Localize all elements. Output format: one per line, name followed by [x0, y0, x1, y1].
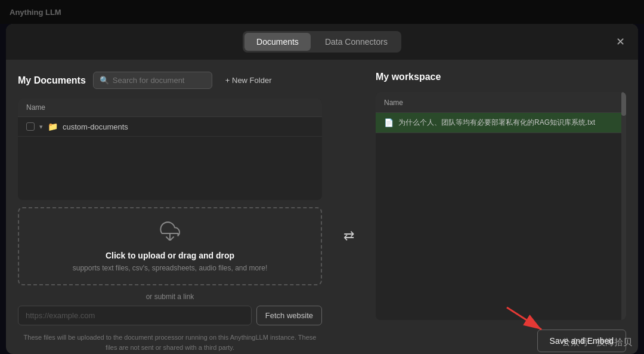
url-input[interactable]: [18, 306, 252, 325]
left-panel-title: My Documents: [18, 75, 86, 86]
right-panel: My workspace Name 📄 为什么个人、团队等均有必要部署私有化的R…: [376, 72, 626, 352]
left-panel-header: My Documents 🔍 + New Folder: [18, 72, 322, 89]
modal-body: My Documents 🔍 + New Folder Name ▾: [6, 60, 638, 354]
new-folder-button[interactable]: + New Folder: [219, 72, 278, 88]
scrollbar-thumb[interactable]: [621, 92, 626, 116]
file-list-container: Name ▾ 📁 custom-documents: [18, 98, 322, 200]
tab-data-connectors[interactable]: Data Connectors: [313, 33, 400, 51]
tab-group: Documents Data Connectors: [243, 31, 401, 53]
document-icon: 📄: [384, 118, 394, 127]
search-input[interactable]: [113, 76, 206, 85]
workspace-col-name-label: Name: [384, 98, 403, 107]
workspace-file-row[interactable]: 📄 为什么个人、团队等均有必要部署私有化的RAG知识库系统.txt: [376, 113, 626, 133]
disclaimer-text: These files will be uploaded to the docu…: [18, 333, 322, 352]
modal-overlay: Documents Data Connectors ✕ My Documents…: [0, 0, 644, 354]
transfer-icon: ⇄: [343, 228, 354, 244]
search-icon: 🔍: [100, 76, 109, 85]
close-button[interactable]: ✕: [612, 33, 628, 50]
svg-line-1: [507, 307, 541, 330]
upload-area[interactable]: Click to upload or drag and drop support…: [18, 207, 322, 285]
column-name-label: Name: [26, 103, 45, 112]
fetch-website-button[interactable]: Fetch website: [256, 306, 322, 325]
watermark: 公众号 · 技海拾贝: [562, 337, 632, 348]
red-arrow-indicator: [501, 304, 549, 337]
link-area: or submit a link Fetch website: [18, 293, 322, 325]
search-box[interactable]: 🔍: [93, 72, 212, 89]
workspace-doc-name: 为什么个人、团队等均有必要部署私有化的RAG知识库系统.txt: [398, 118, 618, 128]
folder-row[interactable]: ▾ 📁 custom-documents: [18, 117, 322, 137]
folder-icon: 📁: [48, 122, 58, 131]
folder-checkbox[interactable]: [26, 122, 35, 131]
document-modal: Documents Data Connectors ✕ My Documents…: [6, 24, 638, 354]
upload-cloud-icon: [158, 220, 182, 245]
transfer-arrow-area: ⇄: [334, 72, 364, 352]
upload-title: Click to upload or drag and drop: [106, 251, 234, 260]
folder-name: custom-documents: [63, 122, 128, 131]
workspace-list-header: Name: [376, 92, 626, 113]
file-list-header: Name: [18, 98, 322, 117]
link-row: Fetch website: [18, 306, 322, 325]
left-panel: My Documents 🔍 + New Folder Name ▾: [18, 72, 322, 352]
modal-header: Documents Data Connectors ✕: [6, 24, 638, 60]
scrollbar-track: [621, 92, 626, 320]
tab-documents[interactable]: Documents: [244, 33, 311, 51]
chevron-icon: ▾: [39, 123, 43, 131]
workspace-list-container: Name 📄 为什么个人、团队等均有必要部署私有化的RAG知识库系统.txt: [376, 92, 626, 320]
upload-subtitle: supports text files, csv's, spreadsheets…: [73, 264, 267, 272]
workspace-title: My workspace: [376, 72, 626, 82]
or-link-text: or submit a link: [18, 293, 322, 301]
